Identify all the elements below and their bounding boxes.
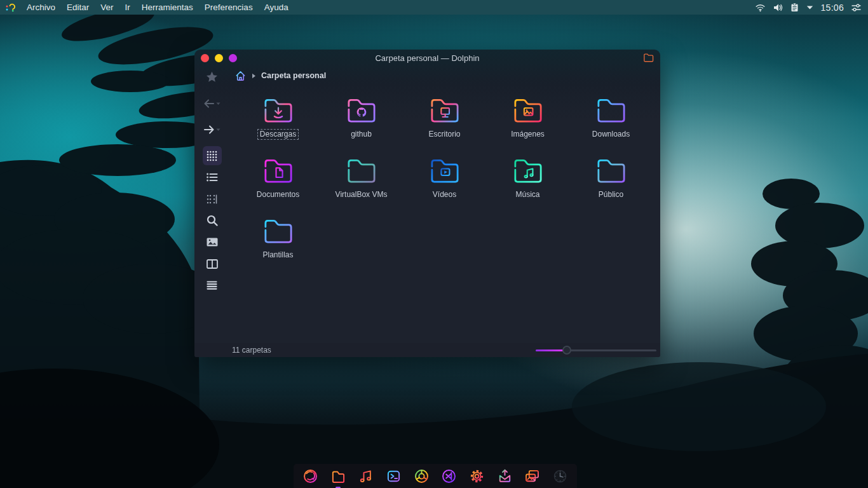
icons-view-button[interactable] [203,146,222,165]
dock-music-icon[interactable] [355,465,377,487]
folder-icon [260,214,297,249]
menu-preferencias[interactable]: Preferencias [199,0,259,15]
location-bar: Carpeta personal [229,66,660,85]
folder-descargas[interactable]: Descargas [236,93,320,153]
folder-icon [426,153,463,189]
folder-label: Descargas [258,130,298,139]
folder-icon [593,93,630,128]
folder-label: Escritorio [426,130,462,139]
dock-mail-icon[interactable] [494,465,515,487]
dock-chromium-icon[interactable] [410,465,432,487]
folder-icon [343,93,380,128]
image-glyph [524,108,532,115]
distro-logo-icon[interactable] [5,3,15,13]
tray-chevron-down-icon[interactable] [806,5,813,10]
document-glyph [276,168,282,177]
folder-virtualbox-vms[interactable]: VirtualBox VMs [320,153,403,214]
folder-icon [510,93,546,128]
folder-documentos[interactable]: Documentos [236,153,320,214]
folder-label: Documentos [255,190,301,200]
statusbar: 11 carpetas [194,343,660,357]
clock[interactable]: 15:06 [820,3,844,13]
system-tray: 15:06 [755,3,868,13]
folder-label: Público [597,190,625,200]
dock-settings-gear-icon[interactable] [466,465,487,487]
split-view-button[interactable] [203,254,222,273]
close-button[interactable] [201,54,209,62]
breadcrumb-separator-icon [252,73,256,79]
zoom-slider-handle[interactable] [562,346,571,355]
dolphin-window: Carpeta personal — Dolphin Carpeta [194,50,660,357]
folder-github[interactable]: github [320,93,403,153]
home-icon[interactable] [234,70,247,82]
folder-icon [426,93,463,128]
forward-button[interactable] [203,125,220,134]
hamburger-menu-icon[interactable] [203,276,222,295]
folder-label: Downloads [590,130,632,139]
list-view-button[interactable] [203,168,222,187]
folder-publico[interactable]: Público [569,153,653,214]
bookmark-star-icon[interactable] [194,66,229,88]
dock-photos-icon[interactable] [522,465,543,487]
folder-label: Vídeos [431,190,458,200]
folder-icon [260,93,297,128]
item-count: 11 carpetas [232,346,271,355]
monitor-glyph [441,108,449,117]
folder-label: Plantillas [261,250,295,260]
back-history-chevron-icon [216,102,220,105]
zoom-slider[interactable] [536,346,656,355]
folder-label: Música [513,190,541,200]
folder-icon [260,153,297,189]
window-title: Carpeta personal — Dolphin [194,53,660,63]
folder-label: VirtualBox VMs [334,190,390,200]
minimize-button[interactable] [215,54,223,62]
folder-escritorio[interactable]: Escritorio [403,93,486,153]
folder-plantillas[interactable]: Plantillas [236,214,320,274]
search-icon[interactable] [203,211,222,230]
menu-ir[interactable]: Ir [119,0,136,15]
volume-icon[interactable] [773,3,783,12]
back-button[interactable] [203,99,220,108]
folder-view: Descargas github [229,85,660,343]
maximize-button[interactable] [229,54,237,62]
menu-ayuda[interactable]: Ayuda [259,0,294,15]
music-note-glyph [524,169,532,178]
dock [294,464,577,488]
menu-editar[interactable]: Editar [61,0,95,15]
wifi-icon[interactable] [755,3,766,12]
dock-clock-icon[interactable] [549,465,571,487]
folder-videos[interactable]: Vídeos [403,153,486,214]
forward-history-chevron-icon [216,128,220,132]
breadcrumb[interactable]: Carpeta personal [261,71,326,80]
folder-musica[interactable]: Música [486,153,569,214]
menu-herramientas[interactable]: Herramientas [136,0,199,15]
titlebar[interactable]: Carpeta personal — Dolphin [194,50,660,66]
folder-downloads[interactable]: Downloads [569,93,653,153]
desktop: Archivo Editar Ver Ir Herramientas Prefe… [0,0,868,488]
dock-firefox-icon[interactable] [300,465,322,487]
folder-icon [510,153,546,189]
tool-sidebar [194,66,229,343]
menu-archivo[interactable]: Archivo [21,0,61,15]
details-view-button[interactable] [203,189,222,208]
window-folder-icon [643,53,654,62]
dock-terminal-icon[interactable] [383,465,405,487]
dock-code-editor-icon[interactable] [438,465,460,487]
dock-file-manager-icon[interactable] [327,465,349,487]
folder-imagenes[interactable]: Imágenes [486,93,569,153]
folder-icon [343,153,380,189]
folder-label: github [349,130,374,139]
clipboard-icon[interactable] [790,3,799,12]
folder-icon [593,153,630,189]
folder-label: Imágenes [509,130,546,139]
global-menubar: Archivo Editar Ver Ir Herramientas Prefe… [0,0,868,15]
settings-sliders-icon[interactable] [851,3,862,12]
preview-icon[interactable] [203,233,222,252]
github-octocat-glyph [356,107,366,116]
download-arrow-glyph [274,108,281,118]
menu-ver[interactable]: Ver [95,0,119,15]
